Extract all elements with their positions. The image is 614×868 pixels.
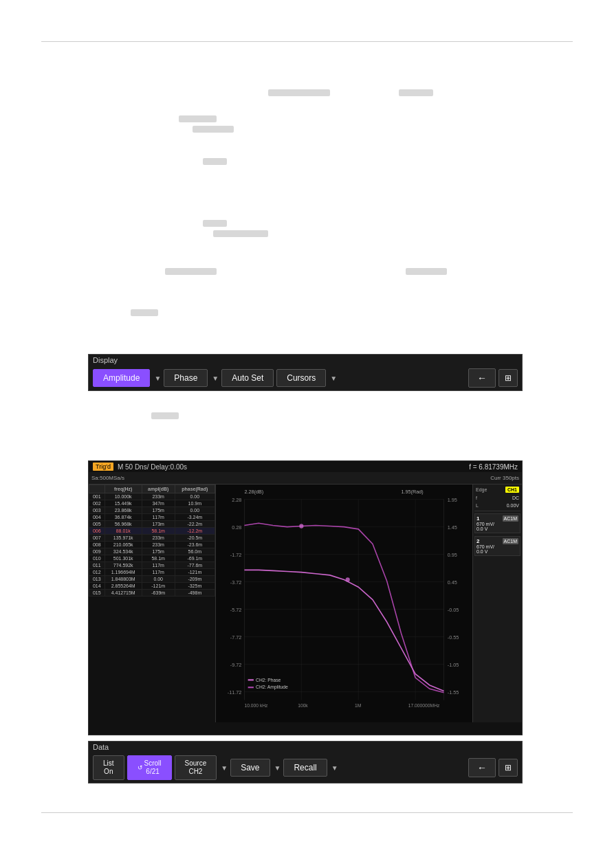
cell-ampl: -121m <box>142 583 175 590</box>
svg-text:-3.72: -3.72 <box>230 579 242 586</box>
col-phase: phase(Rad) <box>175 485 215 493</box>
cell-ampl: 347m <box>142 500 175 507</box>
scope-curr-pts: Curr 350pts <box>490 475 519 481</box>
text-placeholder-tb4 <box>193 126 234 133</box>
cell-freq: 210.065k <box>105 542 142 548</box>
cell-num: 001 <box>89 493 105 500</box>
svg-text:0.95: 0.95 <box>448 552 457 558</box>
display-icon-button[interactable]: ⊞ <box>498 369 518 387</box>
cell-freq: 88.01k <box>105 528 142 535</box>
cell-freq: 2.855264M <box>105 583 142 590</box>
display-back-button[interactable]: ← <box>468 368 496 388</box>
table-row: 013 1.848803M 0.00 -209m <box>89 576 215 583</box>
col-num <box>89 485 105 493</box>
svg-text:1.45: 1.45 <box>448 524 457 531</box>
text-placeholder-tb9 <box>406 268 447 275</box>
sb-edge-row: Edge CH1 <box>474 486 520 493</box>
scroll-button[interactable]: ↺ Scroll 6/21 <box>127 755 172 780</box>
recall-button[interactable]: Recall <box>283 759 327 777</box>
table-row: 005 56.968k 173m -22.2m <box>89 521 215 528</box>
ch2-block: 2 AC1M 670 mV/ 0.0 V <box>474 536 520 556</box>
scope-sidebar: Edge CH1 f DC L 0.00V 1 AC1M 670 mV/ <box>472 485 522 722</box>
table-row: 007 135.971k 233m -20.5m <box>89 535 215 542</box>
svg-text:100k: 100k <box>298 703 308 708</box>
svg-text:0.45: 0.45 <box>448 579 457 586</box>
svg-text:-11.72: -11.72 <box>228 689 242 695</box>
svg-text:1.95(Rad): 1.95(Rad) <box>401 489 423 495</box>
svg-text:-9.72: -9.72 <box>230 662 242 668</box>
text-placeholder-tb2 <box>399 89 433 96</box>
cell-phase: -77.6m <box>175 562 215 569</box>
recall-arrow: ▼ <box>331 764 338 772</box>
cell-freq: 36.874k <box>105 514 142 521</box>
cell-phase: -3.24m <box>175 514 215 521</box>
cell-ampl: 233m <box>142 542 175 548</box>
cursors-button[interactable]: Cursors <box>276 369 326 387</box>
cell-ampl: 175m <box>142 548 175 555</box>
cell-num: 015 <box>89 590 105 597</box>
table-row: 001 10.000k 233m 0.00 <box>89 493 215 500</box>
scope-screen: Trig'd M 50 Dns/ Delay:0.00s f = 6.81739… <box>88 460 523 735</box>
cell-ampl: 58.1m <box>142 528 175 535</box>
cell-ampl: 117m <box>142 569 175 576</box>
scroll-left-arrow: ↺ <box>138 764 143 772</box>
svg-text:-5.72: -5.72 <box>230 607 242 613</box>
data-icon-button[interactable]: ⊞ <box>498 759 518 777</box>
cell-phase: -69.1m <box>175 555 215 562</box>
display-toolbar-buttons: Amplitude ▼ Phase ▼ Auto Set Cursors ▼ ←… <box>89 366 522 390</box>
cell-freq: 23.868k <box>105 507 142 514</box>
phase-button[interactable]: Phase <box>164 369 208 387</box>
text-placeholder-tb5 <box>203 158 227 165</box>
table-row: 002 15.449k 347m 10.9m <box>89 500 215 507</box>
cell-freq: 324.534k <box>105 548 142 555</box>
text-placeholder-tb6 <box>203 220 227 227</box>
ch2-mode: AC1M <box>503 538 518 544</box>
scope-sub-header: Sa:500MSa/s Curr 350pts <box>89 472 522 485</box>
text-placeholder-tb8 <box>165 268 217 275</box>
save-button[interactable]: Save <box>230 759 270 777</box>
scope-header: Trig'd M 50 Dns/ Delay:0.00s f = 6.81739… <box>89 461 522 472</box>
table-row: 012 1.196694M 117m -121m <box>89 569 215 576</box>
ch1-badge: CH1 <box>505 487 519 493</box>
ch2-val2: 0.0 V <box>476 549 487 554</box>
chart-area: 2.28 0.28 -1.72 -3.72 -5.72 -7.72 -9.72 … <box>216 485 472 722</box>
scroll-label: Scroll 6/21 <box>144 759 162 776</box>
amplitude-button[interactable]: Amplitude <box>93 369 150 387</box>
scope-main: freq(Hz) ampl(dB) phase(Rad) 001 10.000k… <box>89 485 522 722</box>
scope-header-left: Trig'd M 50 Dns/ Delay:0.00s <box>93 463 187 471</box>
table-row: 009 324.534k 175m 56.0m <box>89 548 215 555</box>
l-value: 0.00V <box>507 503 519 508</box>
autoset-button[interactable]: Auto Set <box>221 369 274 387</box>
data-toolbar-buttons: List On ↺ Scroll 6/21 Source CH2 ▼ Save … <box>89 753 522 783</box>
data-back-button[interactable]: ← <box>468 758 496 777</box>
data-toolbar-label: Data <box>89 742 522 753</box>
ch1-val1: 670 mV/ <box>476 522 494 526</box>
cell-ampl: 233m <box>142 535 175 542</box>
display-toolbar-label: Display <box>89 355 522 366</box>
table-row: 014 2.855264M -121m -325m <box>89 583 215 590</box>
list-on-button[interactable]: List On <box>93 755 124 780</box>
scope-data-table: freq(Hz) ampl(dB) phase(Rad) 001 10.000k… <box>89 485 216 722</box>
cell-phase: -498m <box>175 590 215 597</box>
cell-phase: 0.00 <box>175 493 215 500</box>
data-toolbar: Data List On ↺ Scroll 6/21 Source CH2 ▼ … <box>88 741 523 783</box>
cell-phase: -22.2m <box>175 521 215 528</box>
cell-ampl: 117m <box>142 562 175 569</box>
cell-num: 011 <box>89 562 105 569</box>
ch1-mode: AC1M <box>503 515 518 522</box>
svg-text:1M: 1M <box>355 703 362 708</box>
source-button[interactable]: Source CH2 <box>175 755 217 780</box>
svg-text:10.000 kHz: 10.000 kHz <box>244 703 268 708</box>
svg-text:0.28: 0.28 <box>232 524 241 531</box>
ch2-val1: 670 mV/ <box>476 544 494 549</box>
svg-text:-1.72: -1.72 <box>230 552 242 558</box>
cell-phase: -209m <box>175 576 215 583</box>
svg-text:17.000000MHz: 17.000000MHz <box>408 703 440 708</box>
col-freq: freq(Hz) <box>105 485 142 493</box>
svg-text:1.95: 1.95 <box>448 497 457 503</box>
cell-num: 009 <box>89 548 105 555</box>
cell-num: 013 <box>89 576 105 583</box>
cell-phase: -121m <box>175 569 215 576</box>
text-placeholder-tb10 <box>131 309 158 316</box>
cell-num: 005 <box>89 521 105 528</box>
